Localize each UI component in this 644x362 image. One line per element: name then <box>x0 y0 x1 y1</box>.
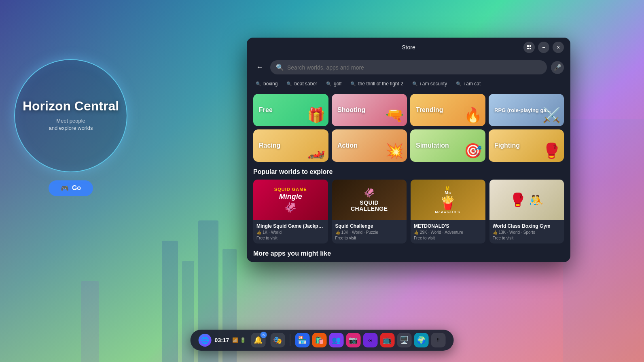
likes-icon: 👍 <box>335 230 340 235</box>
search-tag-icon: 🔍 <box>350 81 356 87</box>
taskbar-app-icons: 🏪 🛍️ 👥 📷 ∞ 📺 🖥️ 🌍 ⠿ <box>295 333 445 347</box>
squid-emoji: 🦑 <box>284 202 297 213</box>
tv-button[interactable]: 📺 <box>380 333 394 347</box>
category-free[interactable]: Free 🎁 <box>253 94 328 126</box>
avatar-emoji: 🌐 <box>201 337 209 344</box>
mic-button[interactable]: 🎤 <box>551 61 564 74</box>
shooting-icon: 🔫 <box>386 107 404 124</box>
search-tag-cat[interactable]: 🔍 i am cat <box>453 80 483 87</box>
search-tag-boxing[interactable]: 🔍 boxing <box>253 80 280 87</box>
profile-button[interactable]: 🎭 <box>270 333 285 347</box>
tv-icon: 📺 <box>383 336 392 345</box>
popular-section-title: Popular worlds to explore <box>253 168 564 176</box>
category-action[interactable]: Action 💥 <box>332 129 407 162</box>
search-tag-icon: 🔍 <box>326 81 332 87</box>
trending-icon: 🔥 <box>464 107 482 124</box>
shop-button[interactable]: 🛍️ <box>312 333 326 347</box>
profile-icon: 🎭 <box>273 336 282 345</box>
category-simulation[interactable]: Simulation 🎯 <box>410 129 485 162</box>
world-info-mcd: METDONALD'S 👍 29K · World · Adventure Fr… <box>411 220 485 243</box>
title-bar: Store − × <box>247 38 570 57</box>
search-bar: ← 🔍 🎤 <box>247 57 570 78</box>
window-controls: − × <box>523 42 564 53</box>
globe-icon: 🌍 <box>417 336 426 345</box>
category-rpg[interactable]: RPG (role-playing ga... ⚔️ <box>489 94 564 126</box>
horizon-panel: Horizon Central Meet peopleand explore w… <box>8 40 133 214</box>
boxing-glove-icon: 🥊 <box>510 192 526 207</box>
world-thumb-boxing: 🥊 🤼 <box>489 180 564 220</box>
monitor-icon: 🖥️ <box>400 336 409 345</box>
grid-icon <box>527 45 531 49</box>
search-input[interactable] <box>287 64 541 71</box>
world-info-squid-challenge: Squid Challenge 👍 13K · World · Puzzle F… <box>332 220 407 243</box>
likes-icon: 👍 <box>414 230 419 235</box>
world-info-mingle: Mingle Squid Game (Jackpot ... 👍 1K · Wo… <box>253 220 328 243</box>
notification-badge: 5 <box>260 332 267 338</box>
search-input-wrap[interactable]: 🔍 <box>270 60 547 74</box>
search-tag-thrill[interactable]: 🔍 the thrill of the fight 2 <box>348 80 405 87</box>
search-tag-icon: 🔍 <box>456 81 462 87</box>
store-window: Store − × ← 🔍 🎤 🔍 boxing 🔍 bea <box>247 38 570 262</box>
category-trending[interactable]: Trending 🔥 <box>410 94 485 126</box>
simulation-icon: 🎯 <box>464 142 482 159</box>
category-shooting[interactable]: Shooting 🔫 <box>332 94 407 126</box>
notification-button[interactable]: 🔔 5 <box>251 333 265 347</box>
search-tag-icon: 🔍 <box>286 81 292 87</box>
grid-apps-icon: ⠿ <box>436 338 440 343</box>
taskbar: 🌐 03:17 📶 🔋 🔔 5 🎭 🏪 🛍️ 👥 📷 ∞ <box>191 330 454 351</box>
search-tag-security[interactable]: 🔍 i am security <box>410 80 449 87</box>
taskbar-left: 🌐 03:17 📶 🔋 <box>199 334 246 347</box>
go-button[interactable]: 🎮 Go <box>49 180 93 196</box>
monitor-button[interactable]: 🖥️ <box>397 333 411 347</box>
grid-apps-button[interactable]: ⠿ <box>431 333 445 347</box>
taskbar-avatar[interactable]: 🌐 <box>199 334 212 347</box>
more-section-title: More apps you might like <box>253 250 564 257</box>
world-thumb-squid-challenge: 🦑 SQUIDCHALLENGE <box>332 180 407 220</box>
camera-button[interactable]: 📷 <box>346 333 360 347</box>
mcd-arch: 🍟 <box>440 195 456 210</box>
minimize-button[interactable]: − <box>538 42 549 53</box>
battery-icon: 🔋 <box>240 337 246 343</box>
world-info-boxing: World Class Boxing Gym 👍 13K · World · S… <box>489 220 564 243</box>
horizon-circle: Horizon Central Meet peopleand explore w… <box>14 59 127 172</box>
content-area: Free 🎁 Shooting 🔫 Trending 🔥 RPG (role-p… <box>247 90 570 262</box>
store-app-button[interactable]: 🏪 <box>295 333 309 347</box>
world-card-boxing[interactable]: 🥊 🤼 World Class Boxing Gym 👍 13K · World… <box>489 180 564 243</box>
shop-icon: 🛍️ <box>315 336 324 345</box>
search-icon: 🔍 <box>276 64 284 71</box>
search-tag-icon: 🔍 <box>412 81 418 87</box>
category-racing[interactable]: Racing 🏎️ <box>253 129 328 162</box>
close-button[interactable]: × <box>553 42 564 53</box>
globe-button[interactable]: 🌍 <box>414 333 428 347</box>
search-tag-golf[interactable]: 🔍 golf <box>324 80 344 87</box>
world-card-mcd[interactable]: M Mc 🍟 Mcdonald's METDONALD'S 👍 29K · Wo… <box>411 180 485 243</box>
likes-icon: 👍 <box>256 230 261 235</box>
horizon-title: Horizon Central <box>23 99 119 113</box>
free-icon: 🎁 <box>307 107 325 124</box>
world-card-squid-challenge[interactable]: 🦑 SQUIDCHALLENGE Squid Challenge 👍 13K ·… <box>332 180 407 243</box>
boxer-icon: 🤼 <box>529 193 543 207</box>
store-title: Store <box>402 44 415 51</box>
people-icon: 👥 <box>332 336 341 345</box>
world-card-mingle[interactable]: SQUID GAME Mingle 🦑 Mingle Squid Game (J… <box>253 180 328 243</box>
meta-button[interactable]: ∞ <box>363 333 377 347</box>
squid-challenge-emoji: 🦑 <box>364 188 375 198</box>
people-button[interactable]: 👥 <box>329 333 343 347</box>
grid-button[interactable] <box>523 42 535 53</box>
category-fighting[interactable]: Fighting 🥊 <box>489 129 564 162</box>
fighting-icon: 🥊 <box>542 142 561 159</box>
taskbar-divider <box>290 334 290 346</box>
back-button[interactable]: ← <box>253 61 266 74</box>
horizon-subtitle: Meet peopleand explore worlds <box>49 117 93 132</box>
likes-icon: 👍 <box>493 230 498 235</box>
search-tag-icon: 🔍 <box>256 81 261 87</box>
store-app-icon: 🏪 <box>298 336 307 345</box>
world-thumb-mcd: M Mc 🍟 Mcdonald's <box>411 180 485 220</box>
action-icon: 💥 <box>386 142 404 159</box>
world-thumb-mingle: SQUID GAME Mingle 🦑 <box>253 180 328 220</box>
search-tag-beat-saber[interactable]: 🔍 beat saber <box>284 80 320 87</box>
go-icon: 🎮 <box>61 184 69 192</box>
wifi-icon: 📶 <box>232 337 238 343</box>
category-grid: Free 🎁 Shooting 🔫 Trending 🔥 RPG (role-p… <box>253 94 564 162</box>
search-tags: 🔍 boxing 🔍 beat saber 🔍 golf 🔍 the thril… <box>247 78 570 90</box>
